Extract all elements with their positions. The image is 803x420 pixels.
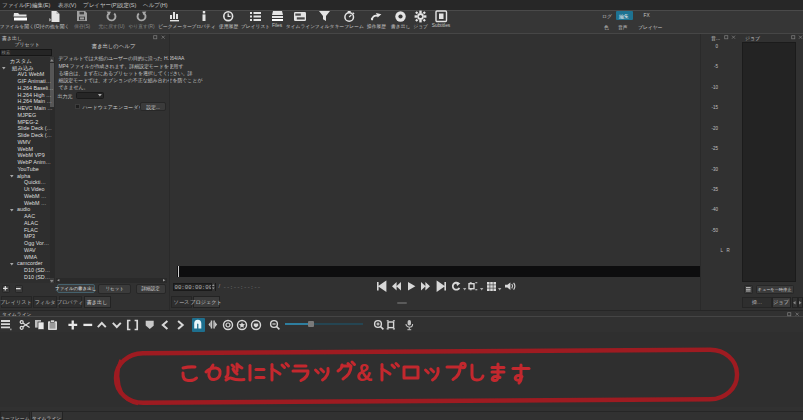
svg-text:&: &: [356, 360, 373, 386]
